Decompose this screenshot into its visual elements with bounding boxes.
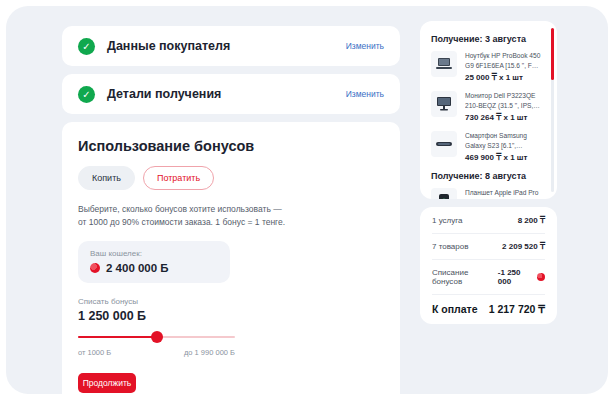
spend-bonuses-label: Списать бонусы [78, 297, 384, 306]
bonus-amount-slider[interactable] [78, 331, 235, 343]
summary-value: 2 209 520 ₸ [502, 242, 545, 251]
monitor-thumbnail-icon [431, 91, 457, 117]
order-totals-card: 1 услуга 8 200 ₸ 7 товаров 2 209 520 ₸ С… [420, 207, 557, 324]
order-items-panel[interactable]: Получение: 3 августа Ноутбук HP ProBook … [420, 21, 557, 199]
summary-value: 8 200 ₸ [518, 216, 545, 225]
delivery-details-card: ✓ Детали получения Изменить [62, 74, 400, 114]
item-price: 25 000 ₸ x 1 шт [465, 73, 543, 82]
bonus-usage-title: Использование бонусов [78, 138, 384, 154]
continue-button[interactable]: Продолжить [78, 373, 136, 393]
slider-fill [78, 336, 157, 338]
summary-label: К оплате [432, 303, 478, 315]
check-icon: ✓ [78, 86, 95, 103]
buyer-data-card: ✓ Данные покупателя Изменить [62, 26, 400, 66]
tablet-thumbnail-icon [431, 188, 457, 199]
wallet-balance-box: Ваш кошелек: 2 400 000 Б [78, 241, 230, 283]
bonus-description: Выберите, сколько бонусов хотите использ… [78, 203, 290, 229]
checkout-page: ✓ Данные покупателя Изменить ✓ Детали по… [6, 6, 608, 394]
laptop-thumbnail-icon [431, 51, 457, 77]
scrollbar-thumb[interactable] [551, 28, 554, 80]
order-item[interactable]: Ноутбук HP ProBook 450 G9 6F1E6EA [15.6 … [431, 51, 543, 82]
bonus-tabs: Копить Потратить [78, 166, 384, 190]
order-summary-column: Получение: 3 августа Ноутбук HP ProBook … [420, 21, 557, 324]
item-price: 469 900 ₸ x 1 шт [465, 153, 543, 162]
summary-value: -1 250 000 [498, 268, 545, 286]
slider-max-label: до 1 990 000 Б [184, 348, 235, 357]
spend-bonuses-value: 1 250 000 Б [78, 309, 384, 323]
item-name: Смартфон Samsung Galaxy S23 [6.1", AMOLE… [465, 131, 543, 150]
bonus-coin-icon [537, 273, 545, 281]
tab-save-bonuses[interactable]: Копить [78, 166, 135, 190]
summary-row-service: 1 услуга 8 200 ₸ [432, 208, 545, 234]
bonus-writeoff-amount: -1 250 000 [498, 268, 534, 286]
check-icon: ✓ [78, 38, 95, 55]
order-item[interactable]: Монитор Dell P3223QE 210-BEQZ (31.5 ", I… [431, 91, 543, 122]
summary-label: 1 услуга [432, 216, 462, 225]
order-item[interactable]: Смартфон Samsung Galaxy S23 [6.1", AMOLE… [431, 131, 543, 162]
slider-range-labels: от 1000 Б до 1 990 000 Б [78, 348, 235, 357]
edit-buyer-data-link[interactable]: Изменить [346, 41, 384, 51]
item-name: Ноутбук HP ProBook 450 G9 6F1E6EA [15.6 … [465, 51, 543, 70]
tab-spend-bonuses[interactable]: Потратить [143, 166, 214, 190]
summary-label: Списание бонусов [432, 268, 498, 286]
total-amount: 1 217 720 ₸ [489, 303, 545, 315]
summary-label: 7 товаров [432, 242, 468, 251]
summary-row-bonus-writeoff: Списание бонусов -1 250 000 [432, 260, 545, 295]
summary-row-goods: 7 товаров 2 209 520 ₸ [432, 234, 545, 260]
slider-min-label: от 1000 Б [78, 348, 111, 357]
wallet-label: Ваш кошелек: [90, 249, 218, 258]
summary-row-total: К оплате 1 217 720 ₸ [432, 295, 545, 323]
phone-thumbnail-icon [431, 131, 457, 157]
buyer-data-title: Данные покупателя [107, 39, 230, 53]
item-name: Планшет Apple iPad Pro 11 (2022) [11", L… [465, 188, 543, 199]
item-price: 730 264 ₸ x 1 шт [465, 113, 543, 122]
bonus-usage-card: Использование бонусов Копить Потратить В… [62, 122, 400, 394]
bonus-coin-icon [90, 263, 100, 273]
order-item[interactable]: Планшет Apple iPad Pro 11 (2022) [11", L… [431, 188, 543, 199]
delivery-details-title: Детали получения [107, 87, 221, 101]
delivery-group-header: Получение: 3 августа [431, 34, 543, 44]
wallet-amount: 2 400 000 Б [106, 262, 169, 274]
checkout-steps-column: ✓ Данные покупателя Изменить ✓ Детали по… [62, 26, 400, 394]
slider-handle[interactable] [151, 331, 163, 343]
edit-delivery-details-link[interactable]: Изменить [346, 89, 384, 99]
item-name: Монитор Dell P3223QE 210-BEQZ (31.5 ", I… [465, 91, 543, 110]
delivery-group-header: Получение: 8 августа [431, 171, 543, 181]
